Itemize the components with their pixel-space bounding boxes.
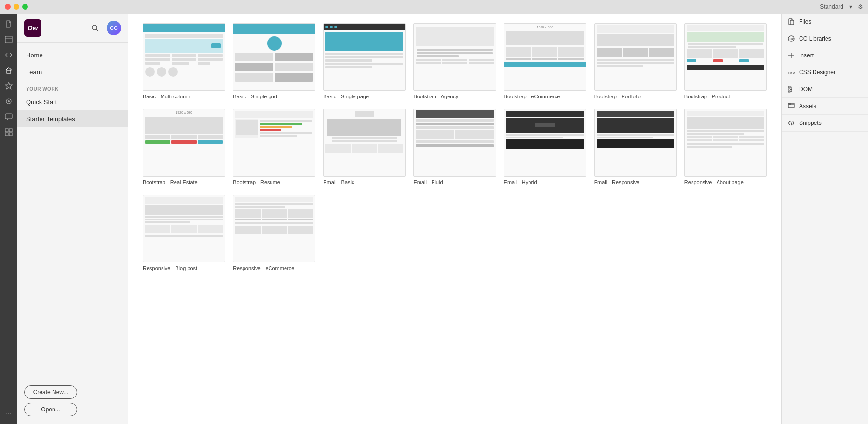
sidebar-nav: Home Learn YOUR WORK Quick Start Starter… <box>17 43 128 131</box>
template-thumb-bootstrap-portfolio[interactable] <box>594 23 677 91</box>
sidebar-item-starter-templates[interactable]: Starter Templates <box>17 110 128 127</box>
panel-insert-label: Insert <box>799 52 814 59</box>
rail-home-icon[interactable] <box>2 64 15 77</box>
template-card-bootstrap-real-estate[interactable]: 1920 x 580 <box>143 109 225 185</box>
close-button[interactable] <box>5 4 11 10</box>
rail-grid-icon[interactable] <box>2 125 15 139</box>
template-card-basic-single-page[interactable]: Basic - Single page <box>323 23 406 99</box>
rail-file-icon[interactable] <box>2 17 15 31</box>
template-thumb-bootstrap-resume[interactable] <box>233 109 315 177</box>
rail-star-icon[interactable] <box>2 79 15 93</box>
rail-more-icon[interactable]: ··· <box>2 407 15 420</box>
create-new-button[interactable]: Create New... <box>24 385 77 399</box>
rail-code-icon[interactable] <box>2 48 15 62</box>
template-card-responsive-ecommerce[interactable]: Responsive - eCommerce <box>233 195 315 271</box>
svg-line-13 <box>96 29 98 31</box>
size-label-ecom: 1920 x 580 <box>504 24 586 30</box>
template-thumb-bootstrap-product[interactable] <box>684 23 767 91</box>
svg-marker-4 <box>5 82 12 89</box>
template-label-bootstrap-portfolio: Bootstrap - Portfolio <box>594 94 677 99</box>
workspace-chevron[interactable]: ▾ <box>849 3 852 10</box>
template-card-email-basic[interactable]: Email - Basic <box>323 109 406 185</box>
template-thumb-email-responsive[interactable] <box>594 109 677 177</box>
panel-files-label: Files <box>799 18 811 25</box>
svg-text:Cc: Cc <box>790 37 794 41</box>
size-label-real: 1920 x 580 <box>143 109 225 116</box>
minimize-button[interactable] <box>14 4 19 10</box>
insert-icon <box>787 52 795 59</box>
template-card-email-responsive[interactable]: Email - Responsive <box>594 109 677 185</box>
template-grid: Basic - Multi column Basic - Simp <box>143 23 767 286</box>
svg-rect-8 <box>5 129 8 132</box>
svg-rect-23 <box>788 91 790 92</box>
template-thumb-basic-single-page[interactable] <box>323 23 406 91</box>
panel-assets[interactable]: Assets <box>782 98 868 115</box>
svg-rect-9 <box>9 129 12 132</box>
app-header: Dw CC <box>17 14 128 43</box>
template-thumb-basic-multi[interactable] <box>143 23 225 91</box>
template-card-bootstrap-portfolio[interactable]: Bootstrap - Portfolio <box>594 23 677 99</box>
rail-chat-icon[interactable] <box>2 110 15 123</box>
header-right: CC <box>41 21 121 35</box>
rail-brush-icon[interactable] <box>2 95 15 108</box>
maximize-button[interactable] <box>22 4 28 10</box>
template-thumb-email-hybrid[interactable] <box>504 109 586 177</box>
sidebar: Dw CC Home Learn YOUR WORK Quick Start S… <box>17 14 128 424</box>
dw-logo: Dw <box>24 19 41 37</box>
template-card-basic-multi[interactable]: Basic - Multi column <box>143 23 225 99</box>
panel-insert[interactable]: Insert <box>782 47 868 64</box>
settings-icon[interactable]: ⚙ <box>858 3 863 10</box>
panel-cc-libraries-label: CC Libraries <box>799 35 831 42</box>
snippets-icon <box>787 119 795 127</box>
panel-css-designer[interactable]: CSS CSS Designer <box>782 64 868 81</box>
svg-point-12 <box>92 25 97 30</box>
template-thumb-responsive-about[interactable] <box>684 109 767 177</box>
panel-files[interactable]: Files <box>782 14 868 30</box>
template-thumb-bootstrap-agency[interactable] <box>413 23 496 91</box>
your-work-label: YOUR WORK <box>17 81 128 94</box>
template-thumb-responsive-blog[interactable] <box>143 195 225 262</box>
template-card-email-hybrid[interactable]: Email - Hybrid <box>504 109 586 185</box>
template-card-email-fluid[interactable]: Email - Fluid <box>413 109 496 185</box>
user-avatar[interactable]: CC <box>107 21 121 35</box>
template-thumb-bootstrap-ecommerce[interactable]: 1920 x 580 <box>504 23 586 91</box>
sidebar-item-learn[interactable]: Learn <box>17 64 128 81</box>
sidebar-item-quick-start[interactable]: Quick Start <box>17 94 128 110</box>
dom-icon <box>787 85 795 93</box>
template-thumb-bootstrap-real-estate[interactable]: 1920 x 580 <box>143 109 225 177</box>
template-thumb-responsive-ecommerce[interactable] <box>233 195 315 262</box>
template-card-basic-simple-grid[interactable]: Basic - Simple grid <box>233 23 315 99</box>
template-card-bootstrap-agency[interactable]: Bootstrap - Agency <box>413 23 496 99</box>
template-label-basic-simple-grid: Basic - Simple grid <box>233 94 315 99</box>
svg-rect-1 <box>5 36 12 43</box>
svg-rect-10 <box>5 133 8 136</box>
panel-snippets-label: Snippets <box>799 120 822 126</box>
open-button[interactable]: Open... <box>24 403 77 416</box>
svg-rect-0 <box>6 21 10 27</box>
template-thumb-email-basic[interactable] <box>323 109 406 177</box>
svg-line-33 <box>791 121 792 125</box>
template-label-bootstrap-real-estate: Bootstrap - Real Estate <box>143 179 225 185</box>
template-label-responsive-about: Responsive - About page <box>684 179 767 185</box>
template-label-email-basic: Email - Basic <box>323 179 406 185</box>
search-button[interactable] <box>89 22 101 34</box>
template-thumb-email-fluid[interactable] <box>413 109 496 177</box>
assets-icon <box>787 102 795 110</box>
panel-cc-libraries[interactable]: Cc CC Libraries <box>782 30 868 47</box>
panel-assets-label: Assets <box>799 103 816 109</box>
template-card-bootstrap-resume[interactable]: Bootstrap - Resume <box>233 109 315 185</box>
rail-layout-icon[interactable] <box>2 33 15 46</box>
panel-snippets[interactable]: Snippets <box>782 115 868 132</box>
titlebar: Standard ▾ ⚙ <box>0 0 868 14</box>
workspace-label: Standard <box>820 3 843 10</box>
template-card-bootstrap-product[interactable]: Bootstrap - Product <box>684 23 767 99</box>
template-thumb-basic-simple-grid[interactable] <box>233 23 315 91</box>
panel-dom[interactable]: DOM <box>782 81 868 98</box>
svg-rect-21 <box>788 86 790 88</box>
sidebar-item-home[interactable]: Home <box>17 47 128 64</box>
panel-dom-label: DOM <box>799 86 813 93</box>
template-card-bootstrap-ecommerce[interactable]: 1920 x 580 Bootstrap - eCommerce <box>504 23 586 99</box>
template-label-bootstrap-agency: Bootstrap - Agency <box>413 94 496 99</box>
template-card-responsive-blog[interactable]: Responsive - Blog post <box>143 195 225 271</box>
template-card-responsive-about[interactable]: Responsive - About page <box>684 109 767 185</box>
